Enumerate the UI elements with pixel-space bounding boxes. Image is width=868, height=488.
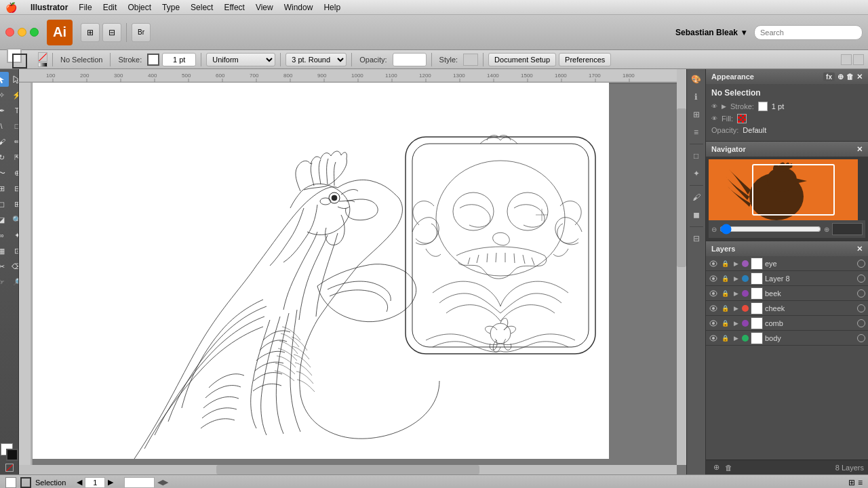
layer-target-btn[interactable] [857,319,865,327]
line-tool[interactable]: \ [0,119,9,134]
layer-expand-btn[interactable]: ▶ [732,319,740,327]
stroke-width-input[interactable] [162,53,196,66]
menu-item-illustrator[interactable]: Illustrator [25,0,73,15]
eyedropper-tool[interactable]: 🔍 [9,212,19,227]
layer-row[interactable]: 🔒 ▶ body [706,331,868,346]
view-toggle-btn[interactable] [841,54,852,65]
panel-icon-symbols[interactable]: ✦ [689,166,704,181]
layer-row[interactable]: 🔒 ▶ cheek [706,301,868,316]
layer-target-btn[interactable] [857,260,865,268]
panel-icon-info[interactable]: ℹ [689,89,704,104]
stroke-swatch-outline[interactable] [12,54,27,68]
menu-item-effect[interactable]: Effect [218,0,250,15]
appearance-trash-btn[interactable]: 🗑 [846,73,854,81]
menu-item-object[interactable]: Object [122,0,157,15]
stroke-color-swatch[interactable] [758,102,768,111]
stroke-color-btn[interactable] [147,54,159,66]
menu-item-select[interactable]: Select [185,0,218,15]
layer-expand-btn[interactable]: ▶ [732,289,740,298]
artboard-tool[interactable]: ⊡ [9,243,19,258]
live-paint-tool[interactable]: ⊟ [9,181,19,196]
layer-lock-btn[interactable]: 🔒 [720,289,730,298]
scale-tool[interactable]: ⇱ [9,150,19,165]
stroke-cap-select[interactable]: 3 pt. Round Flat Cap Butt Cap [285,53,347,66]
arrange-btn[interactable]: ⊞ [81,23,100,42]
search-input[interactable] [754,25,863,40]
layer-expand-btn[interactable]: ▶ [732,334,740,342]
nav-zoom-slider[interactable] [719,224,821,234]
appearance-fx-btn[interactable]: fx [823,73,835,81]
layers-delete-btn[interactable]: 🗑 [722,462,734,474]
layer-lock-btn[interactable]: 🔒 [720,274,730,283]
brush-tool[interactable]: 🖌 [0,134,9,149]
artboard-number-input[interactable] [85,477,105,488]
layer-visibility-toggle[interactable] [709,274,718,283]
navigator-panel-header[interactable]: Navigator ✕ [706,142,868,157]
layer-visibility-toggle[interactable] [709,319,718,328]
magic-wand-tool[interactable]: ⚡ [9,87,19,102]
menu-item-window[interactable]: Window [279,0,319,15]
shape-builder-tool[interactable]: ⊞ [0,181,9,196]
appearance-add-btn[interactable]: ⊕ [837,73,844,81]
maximize-window-btn[interactable] [30,28,39,37]
pen-tool[interactable]: ✒ [0,103,9,118]
panel-icon-pathfinder[interactable]: □ [689,148,704,163]
lasso-tool[interactable]: ✧ [0,87,9,102]
eraser-tool[interactable]: ⌫ [9,259,19,274]
status-icon-2[interactable]: ≡ [858,478,863,487]
slice-tool[interactable]: ✂ [0,259,9,274]
layer-visibility-toggle[interactable] [709,259,718,268]
layer-lock-btn[interactable]: 🔒 [720,259,730,268]
width-tool[interactable]: ⊕ [9,165,19,180]
layer-lock-btn[interactable]: 🔒 [720,319,730,328]
menu-item-edit[interactable]: Edit [98,0,123,15]
next-artboard-btn[interactable]: ▶ [108,478,113,487]
layer-target-btn[interactable] [857,334,865,342]
navigator-close-btn[interactable]: ✕ [856,145,863,154]
layers-new-layer-btn[interactable]: ⊕ [710,462,722,474]
opacity-input[interactable]: 100% [393,53,427,66]
username-dropdown-icon[interactable]: ▾ [742,28,746,37]
stroke-expand-icon[interactable]: ▶ [722,103,726,110]
view-toggle-btn2[interactable] [853,54,864,65]
status-icon-1[interactable]: ⊞ [848,478,855,487]
layers-panel-header[interactable]: Layers ✕ [706,241,868,256]
menu-item-type[interactable]: Type [157,0,185,15]
panel-icon-brushes[interactable]: 🖌 [689,190,704,205]
layer-expand-btn[interactable]: ▶ [732,260,740,268]
preferences-btn[interactable]: Preferences [559,53,611,66]
layout-btn[interactable]: ⊟ [102,23,121,42]
column-graph-tool[interactable]: ▦ [0,243,9,258]
close-window-btn[interactable] [5,28,14,37]
nav-zoom-input[interactable]: 114% [832,223,863,235]
navigator-thumbnail[interactable] [709,159,858,220]
layer-target-btn[interactable] [857,304,865,312]
layer-expand-btn[interactable]: ▶ [732,274,740,283]
layer-visibility-toggle[interactable] [709,289,718,298]
hand-tool[interactable]: ☞ [0,274,9,289]
layer-row[interactable]: 🔒 ▶ comb [706,316,868,331]
layers-close-btn[interactable]: ✕ [856,245,863,253]
none-swatch[interactable] [5,464,14,472]
apple-menu[interactable]: 🍎 [5,2,17,13]
rotate-tool[interactable]: ↻ [0,150,9,165]
panel-icon-swatches[interactable]: ◼ [689,207,704,222]
layer-row[interactable]: 🔒 ▶ beek [706,286,868,301]
status-fill-swatch[interactable] [5,477,16,488]
nav-zoom-out-icon[interactable]: ⊖ [711,226,717,233]
stroke-type-select[interactable]: Uniform Width Profile 1 [206,53,275,66]
appearance-close-btn[interactable]: ✕ [856,73,863,81]
gradient-tool[interactable]: ◪ [0,212,9,227]
warp-tool[interactable]: 〜 [0,165,9,180]
type-tool[interactable]: T [9,103,19,118]
style-swatch[interactable] [463,54,478,66]
horizontal-scrollbar[interactable] [19,465,677,474]
layer-row[interactable]: 🔒 ▶ eye [706,256,868,271]
stroke-visibility-icon[interactable]: 👁 [711,103,717,110]
menu-item-view[interactable]: View [250,0,279,15]
fill-visibility-icon[interactable]: 👁 [711,115,717,122]
zoom-tool[interactable]: 🔎 [9,274,19,289]
direct-selection-tool[interactable] [9,72,19,87]
pencil-tool[interactable]: ✏ [9,134,19,149]
blend-tool[interactable]: ∞ [0,228,9,243]
